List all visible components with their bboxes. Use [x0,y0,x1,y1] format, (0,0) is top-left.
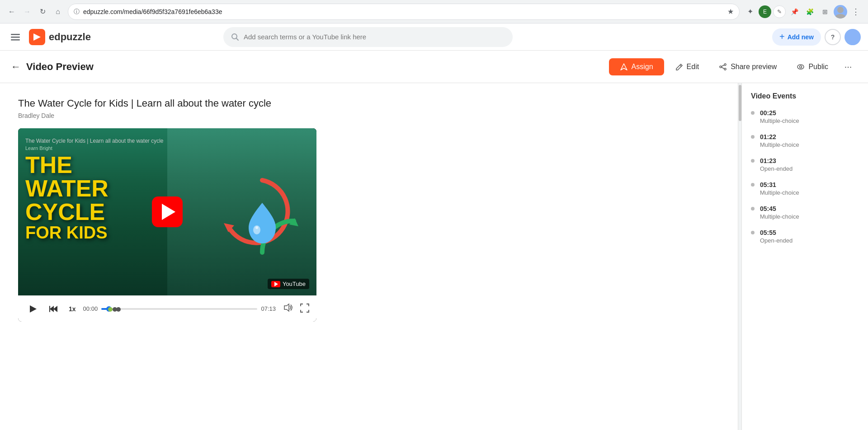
event-item[interactable]: 05:45 Multiple-choice [749,205,861,220]
rewind-button[interactable] [47,302,61,316]
event-time: 05:45 [760,205,799,212]
edit-button[interactable]: Edit [666,58,708,75]
event-dot [751,111,755,115]
video-thumbnail[interactable]: The Water Cycle for Kids | Learn all abo… [18,128,316,295]
plugin3-icon[interactable]: 📌 [788,5,801,19]
fullscreen-icon [300,304,309,313]
extensions-icon[interactable]: ✦ [743,5,757,19]
play-pause-button[interactable] [25,302,40,316]
play-icon [28,304,38,314]
event-info: 00:25 Multiple-choice [760,109,799,124]
event-item[interactable]: 01:22 Multiple-choice [749,133,861,148]
event-info: 01:22 Multiple-choice [760,133,799,148]
share-icon [719,63,727,71]
eye-icon [797,63,805,71]
svg-point-12 [724,64,726,65]
plugin1-icon[interactable]: E [759,5,771,18]
event-item[interactable]: 00:25 Multiple-choice [749,109,861,124]
big-text-the: THE [25,153,108,177]
event-item[interactable]: 01:23 Open-ended [749,157,861,172]
logo-area[interactable]: edpuzzle [29,29,91,45]
lock-icon: ⓘ [74,8,80,16]
event-time: 01:23 [760,157,793,164]
event-item[interactable]: 05:55 Open-ended [749,229,861,244]
svg-point-17 [797,65,804,69]
back-button[interactable]: ← [11,61,21,73]
fullscreen-button[interactable] [300,304,309,314]
rewind-icon [49,304,59,314]
thumbnail-channel: Learn Bright [25,145,52,151]
event-dot [751,231,755,234]
search-bar[interactable] [223,27,513,47]
plugin2-icon[interactable]: ✎ [773,5,786,18]
svg-point-1 [835,14,846,19]
thumbnail-small-title: The Water Cycle for Kids | Learn all abo… [25,137,163,144]
video-preview-bar: ← Video Preview Assign Edit Share previe… [0,51,868,83]
home-nav-icon[interactable]: ⌂ [52,5,64,18]
browser-actions: ✦ E ✎ 📌 🧩 ⊞ ⋮ [743,5,863,19]
help-icon[interactable]: ? [825,29,841,45]
assign-icon [620,63,628,71]
event-item[interactable]: 05:31 Multiple-choice [749,181,861,196]
add-new-button[interactable]: + Add new [772,28,821,46]
thumbnail-big-text: THE WATER CYCLE FOR KIDS [25,153,108,243]
plugin5-icon[interactable]: ⊞ [818,5,832,19]
question-marker-3 [116,307,121,312]
forward-nav-icon[interactable]: → [21,5,33,18]
svg-marker-25 [284,304,289,311]
more-options-button[interactable]: ··· [839,58,857,76]
event-info: 05:45 Multiple-choice [760,205,799,220]
svg-marker-23 [30,305,37,313]
star-icon[interactable]: ★ [727,7,734,16]
sidebar-title: Video Events [749,92,861,100]
youtube-logo: YouTube [268,279,309,289]
search-input[interactable] [244,33,505,41]
volume-button[interactable] [283,303,293,315]
nav-icons: ← → ↻ ⌂ [5,5,64,18]
event-type: Multiple-choice [760,141,799,148]
svg-point-14 [724,68,726,70]
event-type: Multiple-choice [760,189,799,196]
svg-point-22 [255,226,258,229]
scroll-thumb[interactable] [739,85,741,121]
plugin4-icon[interactable]: 🧩 [803,5,816,19]
search-icon [231,33,239,41]
edit-icon [675,63,683,71]
assign-button[interactable]: Assign [609,58,664,75]
menu-icon[interactable]: ⋮ [849,5,863,19]
share-preview-button[interactable]: Share preview [710,58,786,75]
event-info: 05:31 Multiple-choice [760,181,799,196]
profile-avatar[interactable] [834,5,847,19]
svg-rect-4 [11,39,20,41]
svg-line-16 [722,67,724,69]
logo-icon [29,29,45,45]
speed-button[interactable]: 1x [69,305,76,313]
event-time: 05:31 [760,181,799,188]
progress-bar[interactable] [101,308,257,310]
svg-line-8 [236,38,238,40]
event-dot [751,135,755,139]
play-button-overlay[interactable] [152,196,183,227]
page-content: ← Video Preview Assign Edit Share previe… [0,51,868,430]
user-avatar[interactable] [844,29,861,45]
progress-area: 00:00 07:13 [83,305,276,312]
hamburger-icon[interactable] [7,29,24,45]
event-dot [751,207,755,210]
header-right: + Add new ? [772,28,861,46]
event-time: 01:22 [760,133,799,140]
logo-text: edpuzzle [49,31,91,43]
event-info: 01:23 Open-ended [760,157,793,172]
reload-nav-icon[interactable]: ↻ [36,5,49,18]
back-nav-icon[interactable]: ← [5,5,18,18]
address-bar[interactable]: ⓘ edpuzzle.com/media/66f9d5f32a7691fe6eb… [68,4,740,20]
current-time: 00:00 [83,305,98,312]
sidebar: Video Events 00:25 Multiple-choice 01:22… [741,83,868,430]
browser-chrome: ← → ↻ ⌂ ⓘ edpuzzle.com/media/66f9d5f32a7… [0,0,868,23]
svg-line-11 [680,65,681,66]
total-time: 07:13 [261,305,276,312]
public-button[interactable]: Public [788,58,837,75]
event-dot [751,183,755,187]
svg-point-9 [849,31,856,38]
svg-point-13 [720,66,722,68]
big-text-forkids: FOR KIDS [25,224,108,243]
